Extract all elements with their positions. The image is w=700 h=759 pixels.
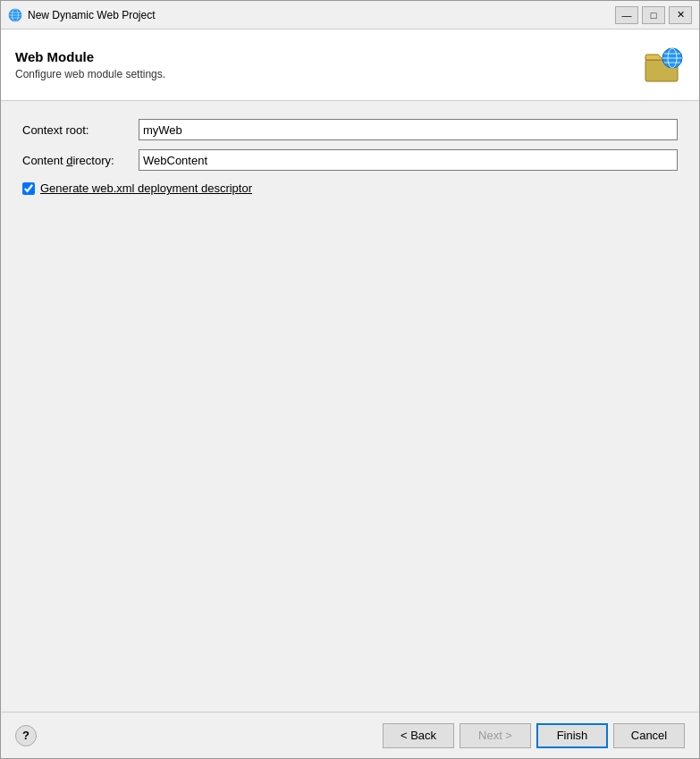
content-directory-underline: d <box>66 154 72 167</box>
content-area: Context root: Content directory: Generat… <box>1 101 699 712</box>
title-globe-icon <box>8 8 22 22</box>
help-button[interactable]: ? <box>15 725 37 746</box>
cancel-button[interactable]: Cancel <box>613 723 685 748</box>
content-directory-row: Content directory: <box>22 149 678 171</box>
maximize-button[interactable]: □ <box>642 6 665 24</box>
back-button[interactable]: < Back <box>383 723 454 748</box>
context-root-label: Context root: <box>22 123 139 137</box>
header-text: Web Module Configure web module settings… <box>15 49 642 80</box>
content-directory-label: Content directory: <box>22 154 139 167</box>
title-bar: New Dynamic Web Project — □ ✕ <box>1 1 699 30</box>
checkbox-row: Generate web.xml deployment descriptor <box>22 181 678 195</box>
generate-xml-label[interactable]: Generate web.xml deployment descriptor <box>40 181 252 195</box>
header-section: Web Module Configure web module settings… <box>1 30 699 101</box>
context-root-row: Context root: <box>22 119 678 140</box>
content-directory-input[interactable] <box>139 149 678 171</box>
dialog-window: New Dynamic Web Project — □ ✕ Web Module… <box>0 0 700 759</box>
header-title: Web Module <box>15 49 642 64</box>
close-button[interactable]: ✕ <box>669 6 692 24</box>
footer-left: ? <box>15 725 37 746</box>
footer-right: < Back Next > Finish Cancel <box>383 723 685 748</box>
title-controls: — □ ✕ <box>615 6 692 24</box>
window-title: New Dynamic Web Project <box>28 9 156 21</box>
finish-button[interactable]: Finish <box>536 723 608 748</box>
title-bar-left: New Dynamic Web Project <box>8 8 156 22</box>
context-root-input[interactable] <box>139 119 678 140</box>
generate-xml-checkbox[interactable] <box>22 182 35 195</box>
footer: ? < Back Next > Finish Cancel <box>1 712 699 758</box>
header-icon-container <box>642 44 685 87</box>
header-subtitle: Configure web module settings. <box>15 68 642 80</box>
next-button[interactable]: Next > <box>460 723 531 748</box>
web-module-icon <box>642 44 685 87</box>
minimize-button[interactable]: — <box>615 6 638 24</box>
